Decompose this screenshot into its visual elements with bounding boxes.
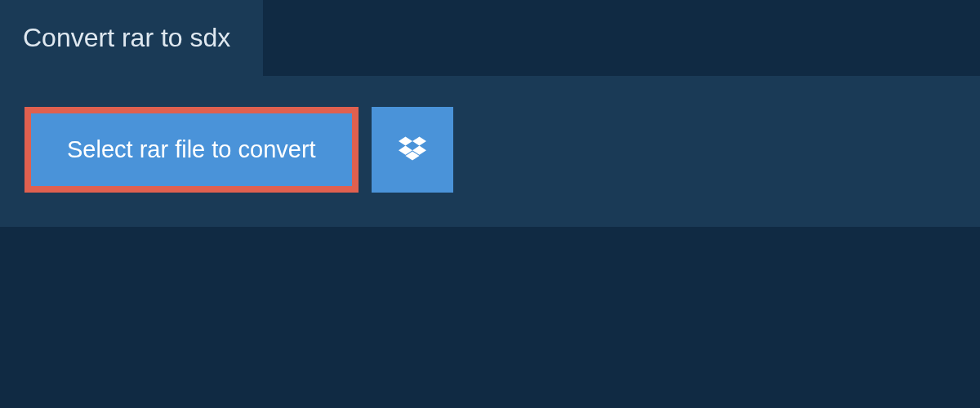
- button-row: Select rar file to convert: [24, 107, 956, 193]
- select-file-label: Select rar file to convert: [67, 136, 316, 163]
- dropbox-icon: [399, 136, 426, 164]
- content-panel: Select rar file to convert: [0, 76, 980, 227]
- tab-container: Convert rar to sdx: [0, 0, 980, 76]
- dropbox-button[interactable]: [372, 107, 453, 193]
- tab-title: Convert rar to sdx: [23, 23, 230, 52]
- select-file-button[interactable]: Select rar file to convert: [24, 107, 359, 193]
- tab-convert[interactable]: Convert rar to sdx: [0, 0, 263, 76]
